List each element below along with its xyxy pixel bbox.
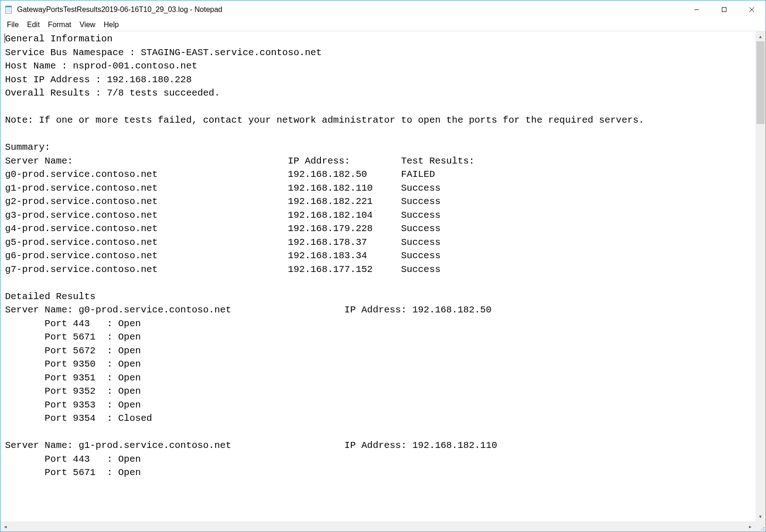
minimize-button[interactable] (683, 0, 710, 19)
svg-rect-6 (722, 8, 726, 12)
menu-view[interactable]: View (76, 20, 99, 30)
client-area: General Information Service Bus Namespac… (0, 31, 766, 521)
hscroll-track[interactable] (11, 521, 745, 532)
text-editor[interactable]: General Information Service Bus Namespac… (0, 31, 755, 521)
scroll-right-arrow-icon[interactable]: ▸ (745, 521, 755, 532)
scroll-track[interactable] (755, 41, 766, 511)
scroll-up-arrow-icon[interactable]: ▴ (755, 31, 766, 41)
maximize-button[interactable] (710, 0, 738, 19)
scroll-thumb[interactable] (756, 41, 765, 124)
menu-format[interactable]: Format (44, 20, 75, 30)
vertical-scrollbar[interactable]: ▴ ▾ (755, 31, 766, 521)
horizontal-scrollbar[interactable]: ◂ ▸ (0, 521, 766, 532)
notepad-app-icon (4, 5, 13, 14)
notepad-window: GatewayPortsTestResults2019-06-16T10_29_… (0, 0, 766, 532)
svg-rect-1 (6, 6, 11, 7)
window-title: GatewayPortsTestResults2019-06-16T10_29_… (17, 6, 223, 14)
close-button[interactable] (738, 0, 766, 19)
menubar: File Edit Format View Help (0, 19, 766, 31)
scroll-down-arrow-icon[interactable]: ▾ (755, 511, 766, 521)
scroll-left-arrow-icon[interactable]: ◂ (0, 521, 11, 532)
titlebar[interactable]: GatewayPortsTestResults2019-06-16T10_29_… (0, 0, 766, 19)
menu-file[interactable]: File (3, 20, 23, 30)
window-controls (683, 0, 766, 19)
menu-edit[interactable]: Edit (23, 20, 44, 30)
resize-grip-icon[interactable] (755, 521, 766, 532)
menu-help[interactable]: Help (100, 20, 122, 30)
